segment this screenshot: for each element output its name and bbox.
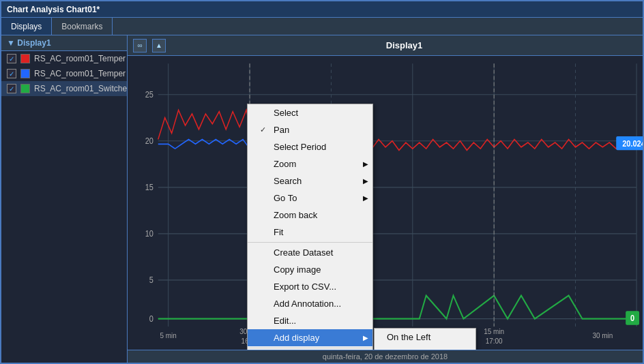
- display-title: Display1: [171, 40, 637, 50]
- item-label-2: RS_AC_room01_Temper: [34, 69, 126, 78]
- item-label-1: RS_AC_room01_Temper: [34, 54, 126, 63]
- chart-area: ∞ ▲ Display1: [128, 35, 643, 363]
- svg-text:5: 5: [149, 275, 154, 285]
- svg-rect-0: [128, 56, 643, 350]
- svg-text:20.0245: 20.0245: [622, 138, 643, 148]
- menu-copy-image[interactable]: Copy image: [248, 261, 372, 278]
- svg-text:30 min: 30 min: [592, 331, 613, 339]
- sidebar-header: ▼ Display1: [1, 35, 127, 51]
- separator: [248, 242, 372, 243]
- menu-search[interactable]: Search ▶: [248, 172, 372, 189]
- svg-text:10: 10: [145, 229, 154, 239]
- checkbox-1[interactable]: [7, 54, 16, 63]
- list-item[interactable]: RS_AC_room01_Temper: [1, 51, 127, 66]
- menu-pan[interactable]: ✓ Pan: [248, 121, 372, 138]
- menu-goto[interactable]: Go To ▶: [248, 189, 372, 207]
- svg-text:15: 15: [145, 183, 154, 192]
- list-item[interactable]: RS_AC_room01_Switche: [1, 81, 127, 96]
- svg-text:5 min: 5 min: [160, 331, 177, 339]
- svg-text:25: 25: [145, 90, 154, 100]
- chart-header: ∞ ▲ Display1: [128, 35, 643, 56]
- up-button[interactable]: ▲: [152, 39, 166, 52]
- submenu-on-left[interactable]: On the Left: [375, 329, 475, 346]
- checkbox-2[interactable]: [7, 69, 16, 78]
- checkbox-3[interactable]: [7, 84, 16, 93]
- svg-text:0: 0: [630, 313, 635, 322]
- menu-select-period[interactable]: Select Period: [248, 138, 372, 155]
- submenu-add-display: On the Left On the Right At the Top At t…: [374, 328, 476, 350]
- chart-footer: quinta-feira, 20 de dezembro de 2018: [128, 350, 643, 363]
- arrow-icon: ▶: [363, 194, 368, 202]
- arrow-icon: ▶: [363, 160, 368, 168]
- menu-export-csv[interactable]: Export to CSV...: [248, 278, 372, 295]
- color-swatch-1: [20, 54, 30, 63]
- tab-displays[interactable]: Displays: [1, 18, 52, 35]
- main-area: ▼ Display1 RS_AC_room01_Temper RS_AC_roo…: [1, 35, 643, 363]
- color-swatch-3: [20, 84, 30, 93]
- menu-add-display[interactable]: Add display ▶ On the Left On the Right: [248, 329, 372, 346]
- color-swatch-2: [20, 69, 30, 78]
- list-item[interactable]: RS_AC_room01_Temper: [1, 66, 127, 81]
- menu-fit[interactable]: Fit: [248, 224, 372, 241]
- menu-edit[interactable]: Edit...: [248, 312, 372, 329]
- separator: [248, 348, 372, 348]
- submenu-on-right[interactable]: On the Right: [375, 346, 475, 350]
- chart-svg: 25 20 15 10 5 0 5 min 30 min 16:00 45 mi…: [128, 56, 643, 350]
- menu-create-dataset[interactable]: Create Dataset: [248, 244, 372, 261]
- menu-zoom-back[interactable]: Zoom back: [248, 207, 372, 224]
- window-title: Chart Analysis Chart01*: [7, 5, 100, 14]
- item-label-3: RS_AC_room01_Switche: [34, 84, 127, 93]
- menu-select[interactable]: Select: [248, 104, 372, 121]
- context-menu: Select ✓ Pan Select Period Zoom ▶: [247, 104, 373, 350]
- menu-zoom[interactable]: Zoom ▶: [248, 155, 372, 172]
- sidebar: ▼ Display1 RS_AC_room01_Temper RS_AC_roo…: [1, 35, 128, 363]
- arrow-icon: ▶: [363, 334, 368, 342]
- tab-bookmarks[interactable]: Bookmarks: [52, 18, 113, 35]
- chart-content[interactable]: 25 20 15 10 5 0 5 min 30 min 16:00 45 mi…: [128, 56, 643, 350]
- arrow-icon: ▶: [363, 177, 368, 185]
- svg-text:0: 0: [149, 314, 154, 323]
- svg-text:20: 20: [145, 136, 154, 146]
- svg-text:17:00: 17:00: [486, 336, 503, 345]
- tab-bar: Displays Bookmarks: [1, 18, 643, 35]
- svg-text:15 min: 15 min: [484, 327, 504, 336]
- loop-button[interactable]: ∞: [133, 39, 147, 52]
- menu-add-annotation[interactable]: Add Annotation...: [248, 295, 372, 312]
- app-window: Chart Analysis Chart01* Displays Bookmar…: [0, 0, 644, 364]
- title-bar: Chart Analysis Chart01*: [1, 1, 643, 18]
